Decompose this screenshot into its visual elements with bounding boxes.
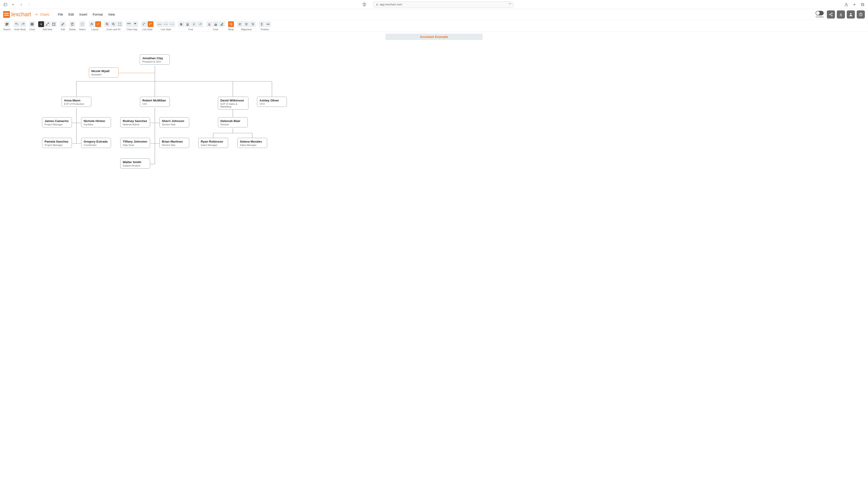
gap-expand-button[interactable] xyxy=(126,21,132,27)
node-name: Nichole Hinton xyxy=(84,119,108,123)
link-curved-button[interactable] xyxy=(141,21,147,27)
help-button[interactable] xyxy=(857,10,865,19)
text-color-button[interactable]: A xyxy=(206,21,212,27)
delete-button[interactable] xyxy=(69,21,75,27)
share-icon[interactable] xyxy=(844,2,849,7)
node-help-desk[interactable]: Tiffany Johnston Help Desk xyxy=(120,138,150,148)
node-title: Service Rep xyxy=(162,144,187,147)
zoom-out-button[interactable] xyxy=(111,21,116,27)
node-coordinator[interactable]: Gregory Estrada Coordinator xyxy=(81,138,111,148)
new-tab-icon[interactable] xyxy=(852,2,857,7)
url-text: app.lexchart.com xyxy=(380,3,402,6)
back-button[interactable] xyxy=(19,2,24,7)
menu-edit[interactable]: Edit xyxy=(68,13,74,16)
layout-magic-button[interactable] xyxy=(95,21,101,27)
line-solid-button[interactable] xyxy=(157,21,162,27)
tabs-overview-icon[interactable] xyxy=(860,2,865,7)
download-button[interactable] xyxy=(837,10,845,19)
svg-rect-23 xyxy=(31,24,32,26)
node-evp-production[interactable]: Anna Mann EVP of Production xyxy=(61,97,91,107)
svg-point-33 xyxy=(55,25,55,26)
chart-label: Chart xyxy=(29,28,35,31)
layout-label: Layout xyxy=(91,28,98,31)
position-h-button[interactable] xyxy=(265,21,271,27)
line-style-label: Line Style xyxy=(161,28,171,31)
node-director[interactable]: Deborah Blair Director xyxy=(218,117,248,127)
node-title: Coordinator xyxy=(84,144,108,147)
node-network-admin[interactable]: Rodney Sanchez Network Admin xyxy=(120,117,150,127)
bold-button[interactable]: B xyxy=(178,21,184,27)
menu-file[interactable]: File xyxy=(58,13,63,16)
share-button[interactable] xyxy=(827,10,835,19)
node-title: Support Analyst xyxy=(123,164,148,167)
url-bar[interactable]: app.lexchart.com xyxy=(373,2,513,7)
undo-button[interactable] xyxy=(14,21,20,27)
add-box-button[interactable] xyxy=(38,21,44,27)
svg-rect-7 xyxy=(861,3,864,5)
refresh-icon[interactable] xyxy=(508,3,511,6)
node-facilities[interactable]: Nichole Hinton Facilities xyxy=(81,117,111,127)
menu-view[interactable]: View xyxy=(108,13,115,16)
layout-auto-button[interactable] xyxy=(89,21,95,27)
forward-button[interactable] xyxy=(27,2,32,7)
align-right-button[interactable] xyxy=(250,21,256,27)
guides-toggle[interactable]: Guides xyxy=(815,11,824,18)
tool-group-link-style: Link Style xyxy=(141,21,153,31)
node-cfo[interactable]: Ashley Oliver CFO xyxy=(257,97,287,107)
app-logo[interactable]: lexchart xyxy=(3,11,31,18)
search-button[interactable] xyxy=(4,21,10,27)
border-color-button[interactable] xyxy=(219,21,225,27)
canvas-area[interactable]: Assistant Example xyxy=(0,32,868,488)
svg-rect-6 xyxy=(862,4,864,6)
chart-gap-label: Chart Gap xyxy=(127,28,137,31)
tool-group-chart: Chart xyxy=(29,21,35,31)
italic-button[interactable]: I xyxy=(191,21,197,27)
line-dot-button[interactable] xyxy=(169,21,175,27)
charts-back-button[interactable]: Charts xyxy=(35,13,49,16)
add-link-button[interactable] xyxy=(44,21,51,27)
toolbar: Search Undo Redo Chart Add New Edit xyxy=(0,20,868,32)
add-shape-button[interactable] xyxy=(51,21,57,27)
fill-color-button[interactable] xyxy=(213,21,219,27)
underline-button[interactable]: U xyxy=(185,21,191,27)
sidebar-toggle-icon[interactable] xyxy=(3,2,8,7)
align-center-button[interactable] xyxy=(243,21,249,27)
align-left-button[interactable] xyxy=(237,21,243,27)
account-button[interactable] xyxy=(847,10,855,19)
node-service-rep-1[interactable]: Sherri Johnson Service Rep xyxy=(159,117,189,127)
node-title: Network Admin xyxy=(123,123,148,126)
zoom-in-button[interactable] xyxy=(104,21,110,27)
node-support-analyst[interactable]: Walter Smith Support Analyst xyxy=(120,158,150,168)
node-pm-sanchez[interactable]: Pamela Sanchez Project Manager xyxy=(42,138,72,148)
link-ortho-button[interactable] xyxy=(148,21,153,27)
node-assistant[interactable]: Nicole Wyatt Assistant xyxy=(89,67,119,77)
text-size-button[interactable]: TT xyxy=(197,21,203,27)
node-evp-sales[interactable]: David Wilkinson EVP of Sales & Marketing xyxy=(218,97,248,109)
sidebar-dropdown-icon[interactable] xyxy=(10,2,16,7)
privacy-shield-icon[interactable] xyxy=(362,2,366,6)
tool-group-add-new: Add New xyxy=(38,21,57,31)
node-pm-camacho[interactable]: James Camacho Project Manager xyxy=(42,117,72,127)
node-sales-manager-1[interactable]: Ryan Robinson Sales Manager xyxy=(198,138,228,148)
redo-button[interactable] xyxy=(20,21,26,27)
node-name: Walter Smith xyxy=(123,160,148,164)
position-label: Position xyxy=(260,28,269,31)
menu-insert[interactable]: Insert xyxy=(79,13,87,16)
node-title: Director xyxy=(220,123,245,126)
node-cio[interactable]: Robert McMillan CIO xyxy=(140,97,170,107)
color-label: Color xyxy=(213,28,218,31)
node-ceo[interactable]: Jonathan Clay President & CEO xyxy=(140,55,170,65)
edit-button[interactable] xyxy=(60,21,66,27)
line-dash-button[interactable] xyxy=(163,21,169,27)
svg-rect-24 xyxy=(32,24,33,26)
zoom-fit-button[interactable] xyxy=(117,21,123,27)
node-service-rep-2[interactable]: Brian Martinez Service Rep xyxy=(159,138,189,148)
tool-group-alignment: Alignment xyxy=(237,21,256,31)
select-button[interactable] xyxy=(79,21,85,27)
position-v-button[interactable] xyxy=(259,21,265,27)
wrap-button[interactable] xyxy=(228,21,234,27)
node-sales-manager-2[interactable]: Selena Morales Sales Manager xyxy=(237,138,267,148)
menu-format[interactable]: Format xyxy=(93,13,103,16)
gap-contract-button[interactable] xyxy=(132,21,138,27)
chart-button[interactable] xyxy=(29,21,35,27)
